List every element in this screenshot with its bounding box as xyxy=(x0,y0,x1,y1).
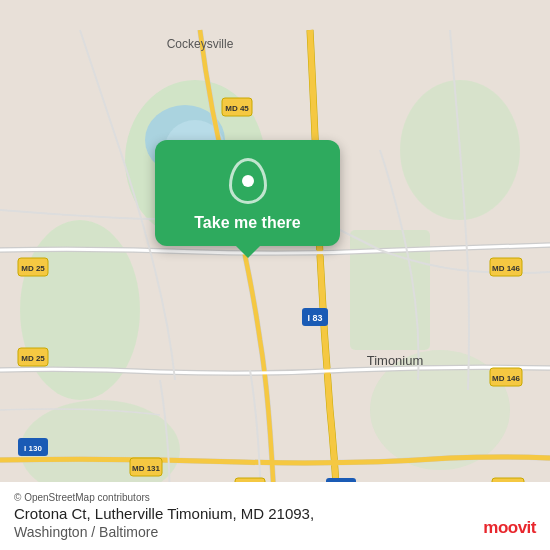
svg-text:MD 131: MD 131 xyxy=(132,464,161,473)
svg-text:MD 25: MD 25 xyxy=(21,354,45,363)
region-line: Washington / Baltimore xyxy=(14,524,536,540)
svg-text:MD 45: MD 45 xyxy=(225,104,249,113)
osm-credit: © OpenStreetMap contributors xyxy=(14,492,536,503)
take-me-there-label: Take me there xyxy=(194,214,300,232)
moovit-logo: moovit xyxy=(483,518,536,538)
svg-text:I 83: I 83 xyxy=(307,313,322,323)
svg-text:MD 146: MD 146 xyxy=(492,264,521,273)
address-line: Crotona Ct, Lutherville Timonium, MD 210… xyxy=(14,505,536,522)
svg-text:I 130: I 130 xyxy=(24,444,42,453)
moovit-brand-text: moovit xyxy=(483,518,536,538)
location-pin-icon xyxy=(229,158,267,204)
map-container: I 83 MD 45 MD 45 MD 25 MD 25 MD 131 MD 1… xyxy=(0,0,550,550)
svg-text:MD 146: MD 146 xyxy=(492,374,521,383)
svg-text:Cockeysville: Cockeysville xyxy=(167,37,234,51)
svg-text:Timonium: Timonium xyxy=(367,353,424,368)
map-svg: I 83 MD 45 MD 45 MD 25 MD 25 MD 131 MD 1… xyxy=(0,0,550,550)
bottom-bar: © OpenStreetMap contributors Crotona Ct,… xyxy=(0,482,550,550)
take-me-there-button[interactable]: Take me there xyxy=(155,140,340,246)
svg-text:MD 25: MD 25 xyxy=(21,264,45,273)
